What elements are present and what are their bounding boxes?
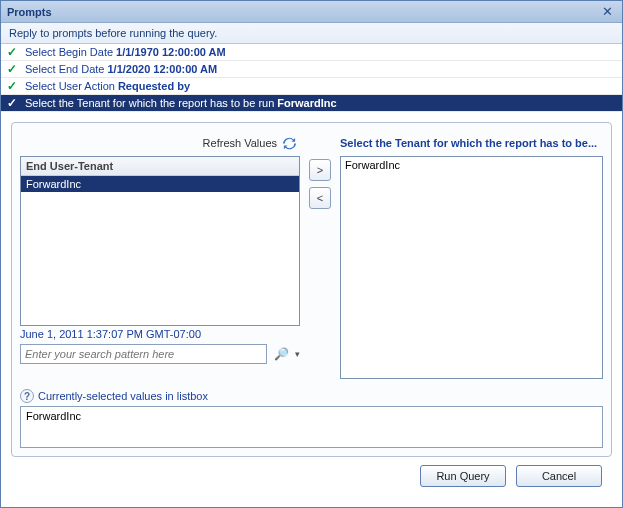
prompt-label: Select Begin Date xyxy=(25,46,113,58)
list-item[interactable]: ForwardInc xyxy=(345,159,598,171)
prompt-row[interactable]: ✓ Select Begin Date 1/1/1970 12:00:00 AM xyxy=(1,44,622,61)
check-icon: ✓ xyxy=(7,45,25,59)
prompt-row[interactable]: ✓ Select End Date 1/1/2020 12:00:00 AM xyxy=(1,61,622,78)
selection-panel: Refresh Values End User-Tenant ForwardIn… xyxy=(11,122,612,457)
add-button[interactable]: > xyxy=(309,159,331,181)
available-listbox[interactable]: End User-Tenant ForwardInc xyxy=(20,156,300,326)
selected-value: ForwardInc xyxy=(26,410,81,422)
prompt-value: 1/1/1970 12:00:00 AM xyxy=(116,46,226,58)
selected-header-row: ? Currently-selected values in listbox xyxy=(20,389,603,403)
prompts-dialog: Prompts ✕ Reply to prompts before runnin… xyxy=(0,0,623,508)
search-input[interactable] xyxy=(20,344,267,364)
refresh-timestamp: June 1, 2011 1:37:07 PM GMT-07:00 xyxy=(20,328,300,342)
prompt-value: Requested by xyxy=(118,80,190,92)
right-title: Select the Tenant for which the report h… xyxy=(340,133,603,153)
list-header: End User-Tenant xyxy=(21,157,299,176)
check-icon: ✓ xyxy=(7,79,25,93)
refresh-label: Refresh Values xyxy=(203,137,277,149)
selected-listbox[interactable]: ForwardInc xyxy=(340,156,603,379)
search-menu-icon[interactable]: ▾ xyxy=(295,349,300,359)
prompt-row[interactable]: ✓ Select User Action Requested by xyxy=(1,78,622,95)
transfer-buttons: > < xyxy=(306,133,334,379)
selected-header: Currently-selected values in listbox xyxy=(38,390,208,402)
available-values-column: Refresh Values End User-Tenant ForwardIn… xyxy=(20,133,300,379)
currently-selected-section: ? Currently-selected values in listbox F… xyxy=(20,389,603,448)
prompt-label: Select User Action xyxy=(25,80,115,92)
footer: Run Query Cancel xyxy=(11,457,612,497)
refresh-row: Refresh Values xyxy=(20,133,300,153)
close-icon[interactable]: ✕ xyxy=(599,4,616,19)
columns: Refresh Values End User-Tenant ForwardIn… xyxy=(20,133,603,379)
prompt-value: ForwardInc xyxy=(277,97,336,109)
prompt-list: ✓ Select Begin Date 1/1/1970 12:00:00 AM… xyxy=(1,44,622,112)
binoculars-icon[interactable]: 🔎 xyxy=(272,347,290,361)
run-query-button[interactable]: Run Query xyxy=(420,465,506,487)
main-area: Refresh Values End User-Tenant ForwardIn… xyxy=(1,112,622,507)
search-row: 🔎 ▾ xyxy=(20,344,300,364)
list-item[interactable]: ForwardInc xyxy=(21,176,299,192)
help-icon[interactable]: ? xyxy=(20,389,34,403)
titlebar: Prompts ✕ xyxy=(1,1,622,23)
prompt-label: Select the Tenant for which the report h… xyxy=(25,97,274,109)
refresh-icon[interactable] xyxy=(282,136,297,151)
dialog-subtitle: Reply to prompts before running the quer… xyxy=(1,23,622,44)
prompt-label: Select End Date xyxy=(25,63,105,75)
check-icon: ✓ xyxy=(7,96,25,110)
remove-button[interactable]: < xyxy=(309,187,331,209)
cancel-button[interactable]: Cancel xyxy=(516,465,602,487)
check-icon: ✓ xyxy=(7,62,25,76)
selected-value-box: ForwardInc xyxy=(20,406,603,448)
dialog-title: Prompts xyxy=(7,6,599,18)
prompt-row[interactable]: ✓ Select the Tenant for which the report… xyxy=(1,95,622,112)
prompt-value: 1/1/2020 12:00:00 AM xyxy=(108,63,218,75)
selected-values-column: Select the Tenant for which the report h… xyxy=(340,133,603,379)
